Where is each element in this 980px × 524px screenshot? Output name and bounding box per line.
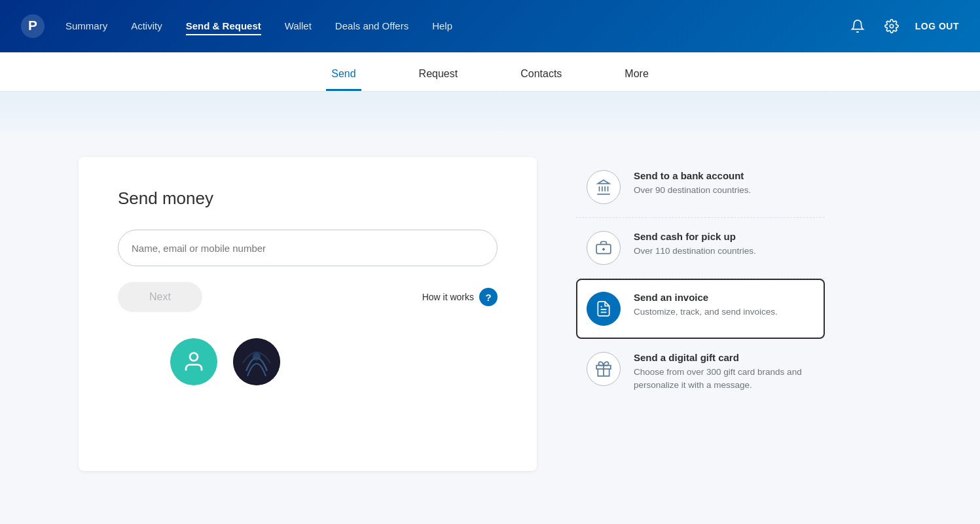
bank-icon — [595, 179, 612, 196]
gear-icon — [884, 19, 899, 33]
invoice-icon — [595, 300, 612, 317]
cash-icon-wrap — [587, 231, 621, 265]
svg-point-5 — [253, 353, 261, 360]
action-row: Next How it works ? — [118, 282, 498, 312]
option-gift-card[interactable]: Send a digital gift card Choose from ove… — [576, 339, 825, 406]
option-cash-text: Send cash for pick up Over 110 destinati… — [634, 231, 756, 258]
question-icon: ? — [479, 288, 498, 306]
nav-bar: P Summary Activity Send & Request Wallet… — [0, 0, 980, 52]
svg-point-3 — [190, 353, 198, 361]
recipient-input[interactable] — [118, 230, 498, 266]
nav-right: LOG OUT — [847, 16, 959, 37]
contact-avatar-1[interactable] — [170, 338, 217, 385]
option-invoice-desc: Customize, track, and send invoices. — [634, 306, 778, 319]
nav-item-send-request[interactable]: Send & Request — [186, 20, 261, 32]
notification-bell-button[interactable] — [847, 16, 868, 37]
next-button[interactable]: Next — [118, 282, 202, 312]
tab-send[interactable]: Send — [326, 68, 361, 91]
right-panel: Send to a bank account Over 90 destinati… — [576, 157, 825, 471]
nav-item-deals[interactable]: Deals and Offers — [335, 20, 408, 32]
abstract-avatar-icon — [233, 338, 280, 385]
option-invoice[interactable]: Send an invoice Customize, track, and se… — [576, 279, 825, 339]
option-gift-title: Send a digital gift card — [634, 352, 814, 363]
option-invoice-text: Send an invoice Customize, track, and se… — [634, 292, 778, 319]
send-money-title: Send money — [118, 188, 498, 209]
invoice-icon-wrap — [587, 292, 621, 326]
settings-gear-button[interactable] — [881, 16, 902, 37]
blue-banner — [0, 92, 980, 131]
bell-icon — [850, 19, 865, 33]
option-gift-text: Send a digital gift card Choose from ove… — [634, 352, 814, 393]
svg-point-4 — [233, 338, 280, 385]
option-invoice-title: Send an invoice — [634, 292, 778, 303]
option-bank-title: Send to a bank account — [634, 170, 751, 181]
nav-item-wallet[interactable]: Wallet — [285, 20, 312, 32]
main-content: Send money Next How it works ? — [0, 131, 980, 497]
cash-icon — [595, 239, 612, 256]
how-it-works-label: How it works — [422, 292, 474, 302]
tab-more[interactable]: More — [619, 68, 653, 91]
paypal-logo: P — [21, 14, 45, 38]
svg-text:P: P — [28, 18, 37, 33]
svg-marker-11 — [598, 180, 609, 183]
logout-button[interactable]: LOG OUT — [915, 21, 959, 31]
contact-avatar-2[interactable] — [233, 338, 280, 385]
nav-item-summary[interactable]: Summary — [65, 20, 107, 32]
nav-item-activity[interactable]: Activity — [131, 20, 162, 32]
option-gift-desc: Choose from over 300 gift card brands an… — [634, 366, 814, 393]
bank-icon-wrap — [587, 170, 621, 204]
option-cash-pickup[interactable]: Send cash for pick up Over 110 destinati… — [576, 218, 825, 279]
option-bank-text: Send to a bank account Over 90 destinati… — [634, 170, 751, 197]
svg-point-2 — [890, 24, 894, 28]
option-cash-title: Send cash for pick up — [634, 231, 756, 242]
option-bank-account[interactable]: Send to a bank account Over 90 destinati… — [576, 157, 825, 218]
send-money-panel: Send money Next How it works ? — [79, 157, 537, 471]
gift-icon-wrap — [587, 352, 621, 386]
nav-item-help[interactable]: Help — [432, 20, 452, 32]
tab-contacts[interactable]: Contacts — [515, 68, 567, 91]
option-bank-desc: Over 90 destination countries. — [634, 184, 751, 197]
gift-icon — [595, 360, 612, 377]
tab-request[interactable]: Request — [414, 68, 463, 91]
sub-nav: Send Request Contacts More — [0, 52, 980, 92]
person-icon — [182, 350, 206, 374]
option-cash-desc: Over 110 destination countries. — [634, 245, 756, 258]
how-it-works-link[interactable]: How it works ? — [422, 288, 498, 306]
nav-links: Summary Activity Send & Request Wallet D… — [65, 20, 847, 32]
recent-contacts — [118, 338, 498, 385]
